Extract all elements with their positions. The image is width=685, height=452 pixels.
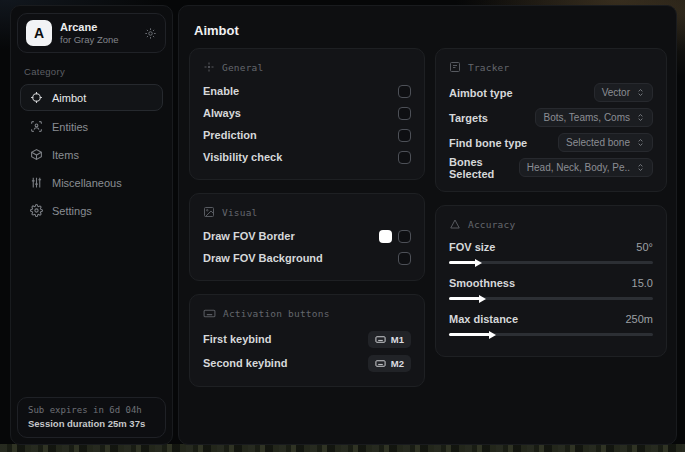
- session-duration-text: Session duration 25m 37s: [28, 418, 155, 429]
- section-title: Visual: [222, 207, 258, 218]
- crosshair-icon: [30, 91, 43, 104]
- page-title: Aimbot: [194, 23, 239, 38]
- setting-row-visibility-check: Visibility check: [203, 146, 411, 168]
- chevrons-up-down-icon: [636, 113, 645, 122]
- main-panel: Aimbot General Enable: [178, 5, 677, 445]
- setting-row-always: Always: [203, 102, 411, 124]
- max-distance-value: 250m: [625, 313, 653, 325]
- setting-row-prediction: Prediction: [203, 124, 411, 146]
- crosshair-dotted-icon: [203, 61, 215, 73]
- triangle-icon: [449, 218, 461, 230]
- setting-row-first-keybind: First keybind M1: [203, 327, 411, 351]
- setting-row-aimbot-type: Aimbot type Vector: [449, 80, 653, 105]
- sidebar-item-miscellaneous[interactable]: Miscellaneous: [20, 170, 163, 195]
- sidebar-item-label: Aimbot: [52, 92, 86, 104]
- find-bone-type-select[interactable]: Selected bone: [558, 133, 653, 152]
- slider-thumb[interactable]: [479, 295, 486, 303]
- smoothness-value: 15.0: [632, 277, 653, 289]
- slider-thumb[interactable]: [475, 259, 482, 267]
- sidebar-item-label: Settings: [52, 205, 92, 217]
- setting-row-enable: Enable: [203, 80, 411, 102]
- second-keybind-button[interactable]: M2: [368, 355, 411, 372]
- setting-row-bones-selected: Bones Selected Head, Neck, Body, Pe..: [449, 155, 653, 180]
- sidebar-item-settings[interactable]: Settings: [20, 198, 163, 223]
- fov-size-value: 50°: [636, 241, 653, 253]
- gear-icon: [30, 204, 43, 217]
- tracker-panel-icon: [449, 61, 461, 73]
- visibility-check-checkbox[interactable]: [398, 151, 411, 164]
- activation-card: Activation buttons First keybind M1: [189, 294, 425, 387]
- bones-selected-select[interactable]: Head, Neck, Body, Pe..: [519, 158, 653, 177]
- accuracy-card: Accuracy FOV size 50°: [435, 205, 667, 357]
- section-title: Tracker: [468, 62, 509, 73]
- chevrons-up-down-icon: [636, 163, 645, 172]
- setting-row-fov-background: Draw FOV Background: [203, 247, 411, 269]
- targets-select[interactable]: Bots, Teams, Coms: [535, 108, 653, 127]
- section-title: Activation buttons: [223, 308, 330, 319]
- setting-row-find-bone-type: Find bone type Selected bone: [449, 130, 653, 155]
- slider-group-max-distance: Max distance 250m: [449, 309, 653, 336]
- desktop-wallpaper-grass: [0, 444, 685, 452]
- sliders-icon: [30, 176, 43, 189]
- slider-group-smoothness: Smoothness 15.0: [449, 273, 653, 300]
- chevrons-up-down-icon: [636, 88, 645, 97]
- app-logo: A: [26, 20, 52, 46]
- section-title: General: [222, 62, 263, 73]
- category-label: Category: [24, 66, 159, 77]
- app-title-block: Arcane for Gray Zone: [60, 21, 119, 45]
- fov-border-color-swatch[interactable]: [379, 230, 392, 243]
- person-scan-icon: [30, 120, 43, 133]
- setting-row-second-keybind: Second keybind M2: [203, 351, 411, 375]
- enable-checkbox[interactable]: [398, 85, 411, 98]
- fov-border-checkbox[interactable]: [398, 230, 411, 243]
- always-checkbox[interactable]: [398, 107, 411, 120]
- header-gear-icon[interactable]: [144, 27, 157, 40]
- keyboard-icon: [375, 334, 386, 345]
- smoothness-slider[interactable]: [449, 297, 653, 300]
- subscription-info: Sub expires in 6d 04h Session duration 2…: [17, 397, 166, 438]
- slider-group-fov-size: FOV size 50°: [449, 237, 653, 264]
- max-distance-slider[interactable]: [449, 333, 653, 336]
- slider-thumb[interactable]: [489, 331, 496, 339]
- fov-size-slider[interactable]: [449, 261, 653, 264]
- fov-background-checkbox[interactable]: [398, 252, 411, 265]
- setting-row-fov-border: Draw FOV Border: [203, 225, 411, 247]
- package-icon: [30, 148, 43, 161]
- sidebar-item-label: Items: [52, 149, 79, 161]
- sidebar-item-label: Miscellaneous: [52, 177, 122, 189]
- visual-card: Visual Draw FOV Border Draw FOV Backgrou…: [189, 193, 425, 281]
- sidebar-item-aimbot[interactable]: Aimbot: [20, 84, 163, 111]
- section-title: Accuracy: [468, 219, 515, 230]
- aimbot-type-select[interactable]: Vector: [594, 83, 653, 102]
- setting-row-targets: Targets Bots, Teams, Coms: [449, 105, 653, 130]
- keyboard-icon: [203, 307, 216, 320]
- sidebar: A Arcane for Gray Zone Category: [10, 5, 173, 445]
- first-keybind-button[interactable]: M1: [368, 331, 411, 348]
- general-card: General Enable Always Prediction: [189, 48, 425, 180]
- sidebar-item-label: Entities: [52, 121, 88, 133]
- chevrons-up-down-icon: [636, 138, 645, 147]
- tracker-card: Tracker Aimbot type Vector Targets: [435, 48, 667, 192]
- desktop: A Arcane for Gray Zone Category: [0, 0, 685, 452]
- sidebar-nav: Aimbot Entities Items: [11, 84, 172, 223]
- app-name: Arcane: [60, 21, 119, 34]
- sub-expires-text: Sub expires in 6d 04h: [28, 405, 155, 415]
- keyboard-icon: [375, 358, 386, 369]
- sidebar-item-items[interactable]: Items: [20, 142, 163, 167]
- app-subtitle: for Gray Zone: [60, 34, 119, 45]
- prediction-checkbox[interactable]: [398, 129, 411, 142]
- image-icon: [203, 206, 215, 218]
- sidebar-item-entities[interactable]: Entities: [20, 114, 163, 139]
- app-header: A Arcane for Gray Zone: [17, 13, 166, 53]
